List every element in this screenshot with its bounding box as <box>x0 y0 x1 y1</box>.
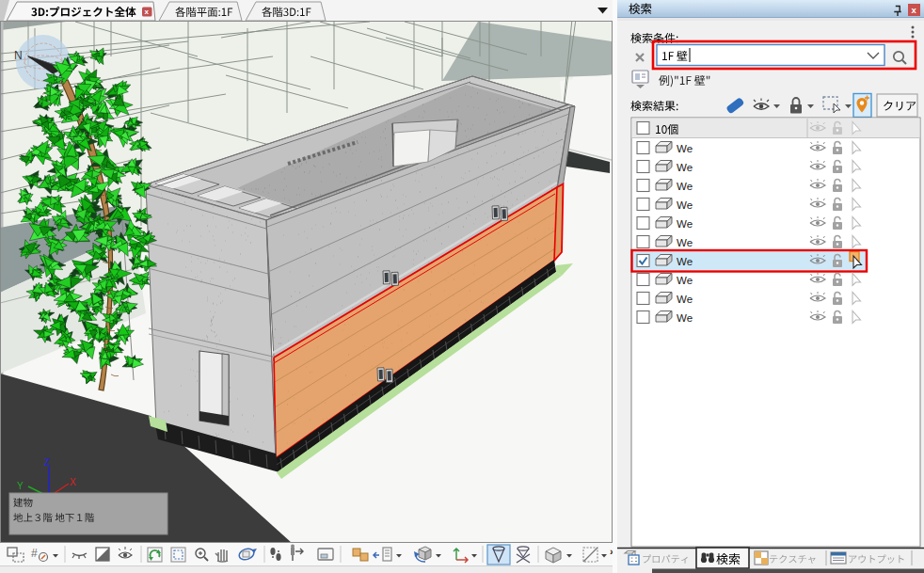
svg-text:We: We <box>677 275 693 286</box>
svg-text:We: We <box>677 312 693 324</box>
svg-text:#: # <box>31 547 38 560</box>
svg-text:N: N <box>14 49 23 62</box>
svg-text:x: x <box>912 5 917 15</box>
svg-text:We: We <box>677 199 693 211</box>
svg-text:We: We <box>677 162 693 173</box>
svg-text:We: We <box>677 218 693 230</box>
svg-text:We: We <box>677 181 693 192</box>
svg-text:Y: Y <box>17 481 24 491</box>
svg-text:X: X <box>70 477 76 487</box>
svg-text:We: We <box>677 256 693 267</box>
svg-text:We: We <box>677 143 693 154</box>
svg-text:Z: Z <box>44 457 50 468</box>
svg-text:x: x <box>145 8 150 16</box>
svg-text:We: We <box>677 294 693 305</box>
svg-text:We: We <box>677 237 693 248</box>
